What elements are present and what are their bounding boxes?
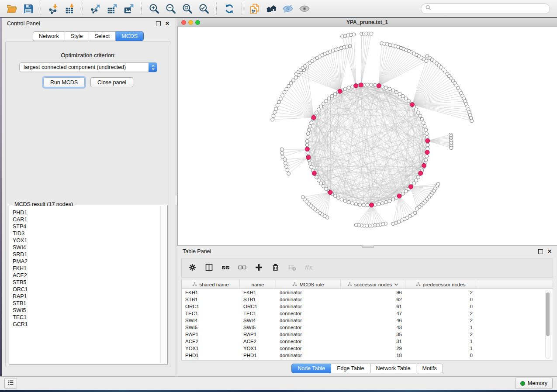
table-cell[interactable]: 31 bbox=[341, 339, 405, 344]
tab-network-table[interactable]: Network Table bbox=[370, 364, 417, 373]
network-canvas[interactable] bbox=[177, 27, 557, 245]
table-row[interactable]: SWI5SWI5connector431 bbox=[182, 324, 553, 331]
export-image-button[interactable] bbox=[121, 2, 137, 16]
table-cell[interactable]: ACE2 bbox=[182, 339, 240, 344]
export-network-button[interactable] bbox=[87, 2, 104, 16]
run-mcds-button[interactable]: Run MCDS bbox=[43, 77, 85, 87]
show-all-button[interactable] bbox=[296, 2, 313, 16]
table-row[interactable]: PHD1PHD1dominator180 bbox=[182, 352, 553, 359]
table-cell[interactable]: STB1 bbox=[240, 297, 276, 302]
horizontal-splitter-handle[interactable] bbox=[362, 245, 374, 248]
table-cell[interactable]: SWI5 bbox=[240, 325, 276, 330]
column-header-shared-name[interactable]: shared name bbox=[182, 280, 240, 289]
tab-motifs[interactable]: Motifs bbox=[416, 364, 443, 373]
mcds-result-item[interactable]: STB1 bbox=[13, 300, 160, 307]
network-graph[interactable] bbox=[178, 27, 557, 244]
first-neighbors-button[interactable] bbox=[263, 2, 280, 16]
table-cell[interactable]: connector bbox=[276, 346, 341, 351]
table-cell[interactable]: 2 bbox=[405, 318, 476, 323]
control-panel-float-button[interactable] bbox=[156, 21, 161, 26]
table-row[interactable]: SWI4SWI4dominator462 bbox=[182, 317, 553, 324]
table-cell[interactable]: dominator bbox=[276, 353, 341, 358]
table-cell[interactable]: dominator bbox=[276, 297, 341, 302]
table-panel-close-button[interactable]: ✕ bbox=[547, 249, 552, 254]
network-window-titlebar[interactable]: YPA_prune.txt_1 bbox=[177, 18, 557, 27]
mcds-list-scrollbar[interactable] bbox=[160, 206, 166, 363]
table-cell[interactable]: STB1 bbox=[182, 297, 240, 302]
settings-button[interactable] bbox=[188, 263, 197, 274]
hide-selected-button[interactable] bbox=[280, 2, 296, 16]
table-cell[interactable]: 2 bbox=[405, 290, 476, 295]
table-cell[interactable]: connector bbox=[276, 339, 341, 344]
memory-button[interactable]: Memory bbox=[515, 378, 553, 389]
zoom-in-button[interactable] bbox=[146, 2, 163, 16]
table-cell[interactable]: dominator bbox=[276, 332, 341, 337]
table-cell[interactable]: SWI5 bbox=[182, 325, 240, 330]
mcds-result-item[interactable]: FKH1 bbox=[13, 265, 160, 272]
mcds-result-item[interactable]: SWI4 bbox=[13, 244, 160, 251]
optimization-criterion-select[interactable]: largest connected component (undirected) bbox=[19, 62, 157, 72]
column-header-successor-nodes[interactable]: successor nodes bbox=[341, 280, 405, 289]
table-row[interactable]: STB1STB1dominator620 bbox=[182, 296, 553, 303]
tab-network[interactable]: Network bbox=[33, 31, 65, 41]
table-cell[interactable]: FKH1 bbox=[240, 290, 276, 295]
mcds-result-item[interactable]: GCR1 bbox=[13, 321, 160, 328]
tab-mcds[interactable]: MCDS bbox=[116, 31, 144, 41]
table-row[interactable]: YOX1YOX1connector291 bbox=[182, 345, 553, 352]
table-row[interactable]: TEC1TEC1connector472 bbox=[182, 310, 553, 317]
mcds-result-item[interactable]: TEC1 bbox=[13, 314, 160, 321]
add-column-button[interactable] bbox=[254, 263, 263, 274]
table-cell[interactable]: YOX1 bbox=[240, 346, 276, 351]
table-cell[interactable]: RAP1 bbox=[240, 332, 276, 337]
table-cell[interactable]: 35 bbox=[341, 332, 405, 337]
search-input[interactable] bbox=[434, 5, 546, 12]
tab-style[interactable]: Style bbox=[65, 31, 89, 41]
mcds-result-item[interactable]: TID3 bbox=[13, 230, 160, 237]
table-cell[interactable]: 0 bbox=[405, 353, 476, 358]
table-cell[interactable]: 61 bbox=[341, 304, 405, 309]
tab-select[interactable]: Select bbox=[89, 31, 116, 41]
table-cell[interactable]: connector bbox=[276, 325, 341, 330]
table-row[interactable]: FKH1FKH1dominator962 bbox=[182, 289, 553, 296]
table-cell[interactable]: SWI4 bbox=[240, 318, 276, 323]
mcds-result-item[interactable]: SWI5 bbox=[13, 307, 160, 314]
table-cell[interactable]: FKH1 bbox=[182, 290, 240, 295]
zoom-fit-button[interactable] bbox=[179, 2, 196, 16]
column-layout-button[interactable] bbox=[204, 263, 214, 274]
table-panel-float-button[interactable] bbox=[538, 249, 543, 254]
import-table-button[interactable] bbox=[62, 2, 79, 16]
table-cell[interactable]: RAP1 bbox=[182, 332, 240, 337]
table-cell[interactable]: 1 bbox=[405, 325, 476, 330]
table-cell[interactable]: 46 bbox=[341, 318, 405, 323]
table-cell[interactable]: 43 bbox=[341, 325, 405, 330]
zoom-selected-button[interactable] bbox=[196, 2, 212, 16]
mcds-result-item[interactable]: STB5 bbox=[13, 279, 160, 286]
mcds-result-item[interactable]: ACE2 bbox=[13, 272, 160, 279]
table-cell[interactable]: 29 bbox=[341, 346, 405, 351]
close-mcds-panel-button[interactable]: Close panel bbox=[90, 77, 133, 87]
mcds-result-item[interactable]: SRD1 bbox=[13, 251, 160, 258]
table-cell[interactable]: 1 bbox=[405, 339, 476, 344]
table-cell[interactable]: YOX1 bbox=[182, 346, 240, 351]
mcds-result-item[interactable]: ORC1 bbox=[13, 286, 160, 293]
column-header-name[interactable]: name bbox=[240, 280, 276, 289]
table-cell[interactable]: 2 bbox=[405, 311, 476, 316]
control-panel-close-button[interactable]: ✕ bbox=[165, 21, 170, 26]
column-header-predecessor-nodes[interactable]: predecessor nodes bbox=[405, 280, 476, 289]
open-file-button[interactable] bbox=[3, 2, 20, 16]
table-cell[interactable]: dominator bbox=[276, 318, 341, 323]
table-cell[interactable]: PHD1 bbox=[240, 353, 276, 358]
table-cell[interactable]: ORC1 bbox=[182, 304, 240, 309]
table-row[interactable]: ORC1ORC1dominator610 bbox=[182, 303, 553, 310]
mcds-result-item[interactable]: PMA2 bbox=[13, 258, 160, 265]
table-cell[interactable]: 18 bbox=[341, 353, 405, 358]
mcds-result-item[interactable]: PHD1 bbox=[13, 209, 160, 216]
table-row[interactable]: ACE2ACE2connector311 bbox=[182, 338, 553, 345]
table-cell[interactable]: 0 bbox=[405, 297, 476, 302]
mcds-result-item[interactable]: YOX1 bbox=[13, 237, 160, 244]
show-panels-list-button[interactable] bbox=[4, 378, 17, 389]
table-scrollbar[interactable] bbox=[545, 290, 550, 359]
table-cell[interactable]: TEC1 bbox=[182, 311, 240, 316]
tab-edge-table[interactable]: Edge Table bbox=[331, 364, 370, 373]
deselect-all-checkboxes-button[interactable] bbox=[238, 263, 247, 274]
